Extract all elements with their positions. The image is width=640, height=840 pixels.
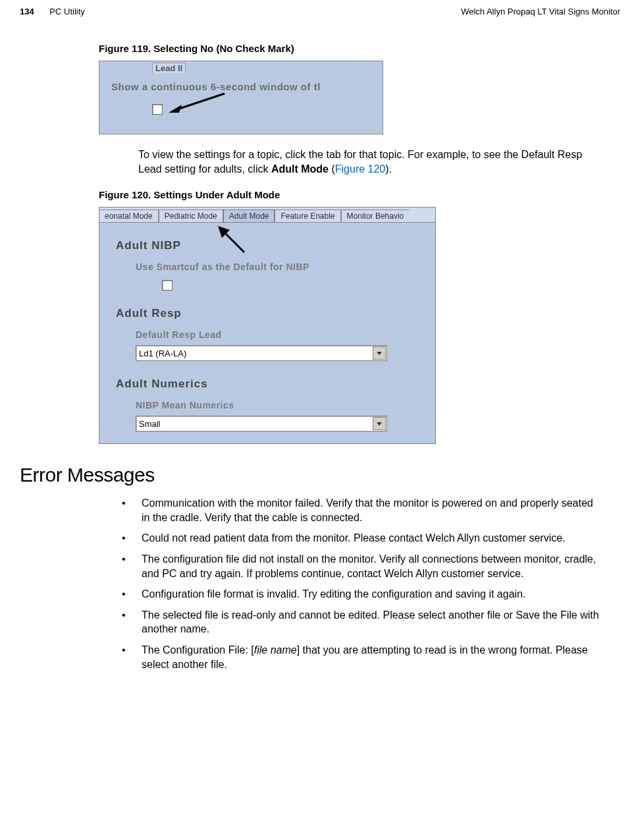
tab-adult[interactable]: Adult Mode xyxy=(223,210,275,223)
label-smartcuf: Use Smartcuf as the Default for NIBP xyxy=(136,262,435,272)
chevron-down-icon xyxy=(373,417,386,430)
err6-filename: file name xyxy=(254,644,297,656)
dropdown-resp-value: Ld1 (RA-LA) xyxy=(136,349,186,358)
err6-a: The Configuration File: [ xyxy=(142,644,254,656)
svg-marker-1 xyxy=(169,105,182,113)
page-header: 134 PC Utility Welch Allyn Propaq LT Vit… xyxy=(20,7,620,16)
arrow-icon xyxy=(169,90,228,117)
product-name: Welch Allyn Propaq LT Vital Signs Monito… xyxy=(461,7,620,16)
tab-pediatric[interactable]: Pediatric Mode xyxy=(159,210,223,222)
svg-line-0 xyxy=(175,94,225,110)
arrow-icon xyxy=(218,226,248,256)
svg-line-2 xyxy=(223,231,244,252)
dropdown-resp-lead[interactable]: Ld1 (RA-LA) xyxy=(136,345,387,361)
list-item: Could not read patient data from the mon… xyxy=(122,531,600,546)
dropdown-nibp-value: Small xyxy=(136,419,161,429)
checkbox-no[interactable] xyxy=(152,104,163,115)
para1-bold: Adult Mode xyxy=(271,163,329,175)
section-title: PC Utility xyxy=(49,7,84,16)
list-item: Configuration file format is invalid. Tr… xyxy=(122,587,600,602)
para1-text2: ( xyxy=(329,163,335,175)
figure-120-caption: Figure 120. Settings Under Adult Mode xyxy=(99,189,620,200)
figure-119-caption: Figure 119. Selecting No (No Check Mark) xyxy=(99,43,620,54)
tab-neonatal[interactable]: eonatal Mode xyxy=(99,210,159,222)
svg-marker-4 xyxy=(377,352,382,355)
heading-adult-numerics: Adult Numerics xyxy=(116,378,435,391)
error-messages-heading: Error Messages xyxy=(20,464,620,486)
heading-adult-resp: Adult Resp xyxy=(116,307,435,320)
lead-label: Lead II xyxy=(152,63,186,73)
list-item: The configuration file did not install o… xyxy=(122,552,600,580)
list-item: The Configuration File: [file name] that… xyxy=(122,643,600,671)
list-item: Communication with the monitor failed. V… xyxy=(122,496,600,524)
label-nibp-mean: NIBP Mean Numerics xyxy=(136,400,435,410)
chevron-down-icon xyxy=(373,347,386,360)
figure-120: eonatal Mode Pediatric Mode Adult Mode F… xyxy=(99,207,436,444)
page-number: 134 xyxy=(20,7,34,16)
tab-monitor-behavior[interactable]: Monitor Behavio xyxy=(341,210,410,222)
tab-row: eonatal Mode Pediatric Mode Adult Mode F… xyxy=(99,208,435,223)
label-resp-lead: Default Resp Lead xyxy=(136,329,435,340)
figure-120-link[interactable]: Figure 120 xyxy=(335,163,386,175)
checkbox-smartcuf[interactable] xyxy=(162,280,173,291)
figure-119: Lead II Show a continuous 6-second windo… xyxy=(99,61,383,134)
dropdown-nibp-mean[interactable]: Small xyxy=(136,416,387,432)
heading-adult-nibp: Adult NIBP xyxy=(116,239,435,252)
svg-marker-5 xyxy=(377,422,382,426)
paragraph-1: To view the settings for a topic, click … xyxy=(138,148,600,176)
list-item: The selected file is read-only and canno… xyxy=(122,608,600,636)
para1-text3: ). xyxy=(385,163,392,175)
tab-feature-enable[interactable]: Feature Enable xyxy=(275,210,340,222)
error-list: Communication with the monitor failed. V… xyxy=(122,496,600,671)
